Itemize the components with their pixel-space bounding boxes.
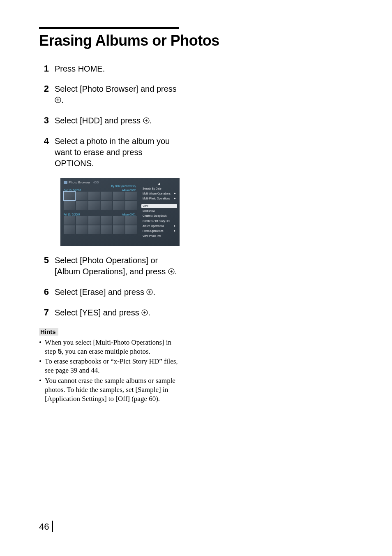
- photo-thumbnail: [64, 201, 75, 210]
- album-name: Album0001: [122, 213, 136, 216]
- step-number: 5: [39, 255, 55, 266]
- hdd-badge: HDD: [92, 181, 99, 184]
- enter-icon: [168, 266, 175, 278]
- step-number: 1: [39, 63, 55, 74]
- photo-thumbnail: [101, 192, 112, 200]
- photo-thumbnail: [113, 192, 125, 200]
- chevron-right-icon: ▶: [174, 229, 176, 232]
- photo-thumbnail: [76, 216, 88, 225]
- hint-item: To erase scrapbooks or “x-Pict Story HD”…: [45, 357, 181, 375]
- photo-thumbnail: [64, 225, 75, 234]
- steps-list: 1 Press HOME. 2 Select [Photo Browser] a…: [39, 63, 181, 169]
- album-date: Fri 11/ 2/2007: [64, 213, 80, 216]
- page-title: Erasing Albums or Photos: [39, 32, 367, 49]
- hint-item: When you select [Multi-Photo Operations]…: [45, 338, 181, 356]
- option-item: Slideshow: [141, 209, 177, 213]
- photo-thumbnail: [101, 225, 112, 234]
- step-text-part: .: [61, 95, 64, 104]
- step-2: 2 Select [Photo Browser] and press .: [39, 83, 181, 106]
- hint-text: , you can erase multiple photos.: [62, 348, 150, 355]
- step-text-part: Select [HDD] and press: [55, 116, 143, 125]
- ss-title-text: Photo Browser: [69, 181, 90, 184]
- photo-thumbnail: [64, 216, 75, 225]
- photo-thumbnail: [64, 192, 75, 200]
- step-text-part: Select [Erase] and press: [55, 287, 146, 297]
- chevron-right-icon: ▶: [174, 197, 176, 200]
- step-text-part: .: [150, 116, 152, 125]
- embedded-screenshot: Photo Browser HDD By Date (recent first)…: [60, 178, 181, 246]
- step-text-part: .: [148, 308, 150, 317]
- enter-icon: [141, 308, 148, 319]
- step-7: 7 Select [YES] and press .: [39, 307, 181, 319]
- step-number: 7: [39, 307, 55, 318]
- photo-thumbnail: [76, 225, 88, 234]
- step-text-part: .: [175, 267, 177, 276]
- option-item: Create x-Pict Story HD: [141, 219, 177, 223]
- step-1: 1 Press HOME.: [39, 63, 181, 74]
- hints-list: When you select [Multi-Photo Operations]…: [39, 338, 181, 403]
- option-item: Multi-Photo Operations▶: [141, 196, 177, 200]
- step-3: 3 Select [HDD] and press .: [39, 115, 181, 127]
- photo-thumbnail: [125, 192, 137, 200]
- step-number: 2: [39, 83, 55, 94]
- photo-thumbnail: [113, 225, 125, 234]
- photo-thumbnail: [101, 216, 112, 225]
- option-item: Create x-ScrapBook: [141, 214, 177, 218]
- step-text-part: .: [153, 287, 155, 297]
- chevron-right-icon: ▶: [174, 192, 176, 195]
- steps-list-continued: 5 Select [Photo Operations] or [Album Op…: [39, 255, 181, 319]
- ss-sort-label: By Date (recent first): [64, 185, 138, 188]
- album-name: Album0002: [122, 189, 136, 192]
- photo-thumbnail: [101, 201, 112, 210]
- page-number-value: 46: [39, 521, 49, 532]
- album-date: Sat 11/ 3/2007: [64, 189, 81, 192]
- step-5: 5 Select [Photo Operations] or [Album Op…: [39, 255, 181, 278]
- step-number: 4: [39, 136, 55, 146]
- step-text: Press HOME.: [55, 63, 181, 74]
- photo-thumbnail: [125, 216, 137, 225]
- hints-label: Hints: [39, 328, 58, 336]
- page-number-divider: [52, 521, 53, 532]
- option-item: Search By Date: [141, 186, 177, 190]
- step-text: Select [YES] and press .: [55, 307, 181, 319]
- option-item: Multi-Album Operations▶: [141, 191, 177, 195]
- hint-bold: 5: [58, 348, 62, 355]
- photo-thumbnail: [76, 201, 88, 210]
- ss-album-header: Sat 11/ 3/2007 Album0002: [64, 189, 138, 192]
- options-panel: ▲ Search By Date Multi-Album Operations▶…: [140, 178, 180, 246]
- step-number: 6: [39, 287, 55, 297]
- photo-thumbnail: [76, 192, 88, 200]
- enter-icon: [55, 95, 61, 106]
- thumb-row: [64, 216, 138, 225]
- option-item: Album Operations▶: [141, 224, 177, 228]
- thumb-row: [64, 192, 138, 200]
- ss-album-header: Fri 11/ 2/2007 Album0001: [64, 213, 138, 216]
- chevron-right-icon: ▶: [174, 225, 176, 227]
- photo-thumbnail: [88, 192, 100, 200]
- option-item-highlighted: View: [141, 204, 177, 208]
- step-4: 4 Select a photo in the album you want t…: [39, 136, 181, 169]
- step-text: Select [Photo Operations] or [Album Oper…: [55, 255, 181, 278]
- step-6: 6 Select [Erase] and press .: [39, 287, 181, 298]
- step-text: Select [Photo Browser] and press .: [55, 83, 181, 106]
- page-number: 46: [39, 521, 53, 532]
- thumb-row: [64, 225, 138, 234]
- ss-title-bar: Photo Browser HDD: [64, 181, 138, 184]
- step-text: Select a photo in the album you want to …: [55, 136, 181, 169]
- step-text: Select [Erase] and press .: [55, 287, 181, 298]
- hint-item: You cannot erase the sample albums or sa…: [45, 376, 181, 403]
- photo-thumbnail: [125, 225, 137, 234]
- photo-thumbnail: [88, 225, 100, 234]
- step-text: Select [HDD] and press .: [55, 115, 181, 127]
- photo-thumbnail: [88, 216, 100, 225]
- enter-icon: [143, 116, 150, 127]
- up-arrow-icon: ▲: [141, 182, 177, 185]
- heading-rule: [39, 27, 179, 29]
- step-text-part: Select [Photo Browser] and press: [55, 84, 177, 93]
- step-number: 3: [39, 115, 55, 126]
- photo-thumbnail: [113, 201, 125, 210]
- step-text-part: Select [Photo Operations] or [Album Oper…: [55, 256, 168, 276]
- step-text-part: Select [YES] and press: [55, 308, 141, 317]
- photo-thumbnail: [113, 216, 125, 225]
- photo-thumbnail: [88, 201, 100, 210]
